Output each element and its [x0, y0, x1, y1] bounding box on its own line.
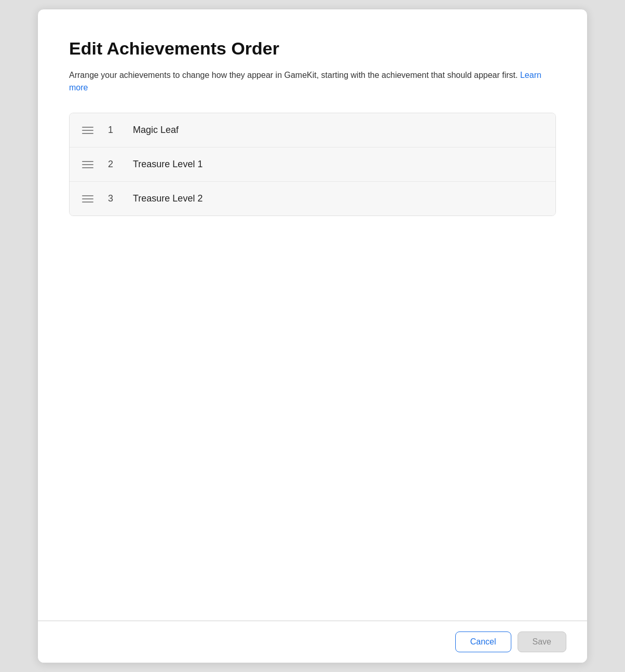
drag-handle-line: [82, 195, 93, 196]
drag-handle-line: [82, 161, 93, 162]
drag-handle-line: [82, 127, 93, 128]
drag-handle-line: [82, 130, 93, 131]
drag-handle-line: [82, 198, 93, 199]
cancel-button[interactable]: Cancel: [455, 631, 511, 652]
drag-handle-line: [82, 167, 93, 168]
achievement-number-1: 1: [108, 125, 123, 136]
achievement-name-2: Treasure Level 1: [133, 159, 202, 170]
description-text: Arrange your achievements to change how …: [69, 71, 518, 79]
drag-handle-line: [82, 164, 93, 165]
achievement-row-2[interactable]: 2 Treasure Level 1: [70, 147, 555, 182]
achievement-name-1: Magic Leaf: [133, 125, 179, 136]
drag-handle-3[interactable]: [82, 195, 93, 203]
drag-handle-1[interactable]: [82, 127, 93, 134]
modal-body: Edit Achievements Order Arrange your ach…: [38, 9, 587, 621]
drag-handle-line: [82, 133, 93, 134]
achievement-row-1[interactable]: 1 Magic Leaf: [70, 113, 555, 147]
achievement-number-2: 2: [108, 159, 123, 170]
achievement-row-3[interactable]: 3 Treasure Level 2: [70, 182, 555, 216]
modal-footer: Cancel Save: [38, 621, 587, 663]
modal-description: Arrange your achievements to change how …: [69, 69, 556, 94]
drag-handle-2[interactable]: [82, 161, 93, 168]
achievement-number-3: 3: [108, 193, 123, 204]
save-button[interactable]: Save: [518, 631, 566, 652]
modal-title: Edit Achievements Order: [69, 38, 556, 59]
drag-handle-line: [82, 201, 93, 203]
achievement-name-3: Treasure Level 2: [133, 193, 202, 204]
achievements-list: 1 Magic Leaf 2 Treasure Level 1: [69, 113, 556, 216]
edit-achievements-modal: Edit Achievements Order Arrange your ach…: [37, 9, 588, 663]
